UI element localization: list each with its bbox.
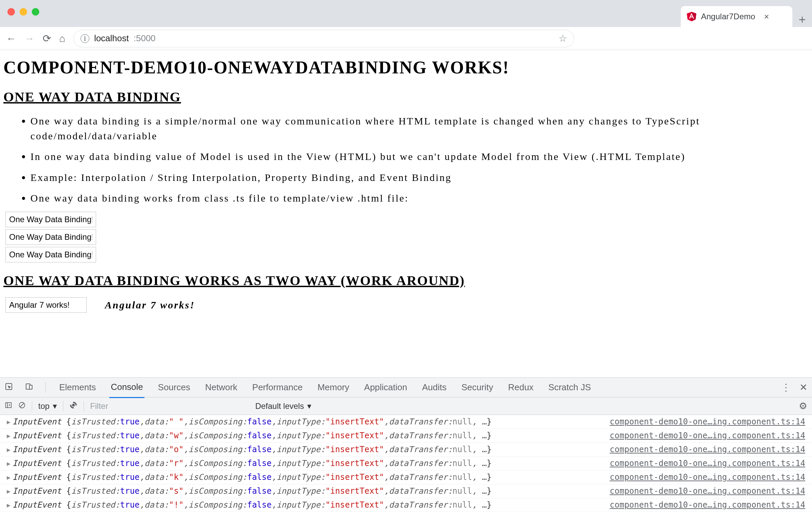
svg-rect-5 — [6, 402, 12, 408]
forward-button[interactable]: → — [24, 33, 35, 44]
devtools-panel: Elements Console Sources Network Perform… — [0, 377, 812, 512]
site-info-icon[interactable]: i — [81, 34, 89, 43]
execution-context-selector[interactable]: top ▾ — [38, 401, 57, 411]
section-heading-oneway: ONE WAY DATA BINDING — [3, 89, 809, 105]
expand-triangle-icon[interactable]: ▶ — [7, 488, 10, 495]
bullet-list: One way data binding is a simple/normal … — [3, 114, 809, 206]
new-tab-button[interactable]: ＋ — [792, 11, 812, 27]
console-toolbar: top ▾ Default levels ▾ ⚙ — [0, 397, 812, 415]
devtools-tabbar: Elements Console Sources Network Perform… — [0, 378, 812, 397]
angular-icon — [687, 12, 696, 21]
back-button[interactable]: ← — [6, 33, 16, 44]
source-link[interactable]: component-demo10-one…ing.component.ts:14 — [610, 417, 805, 426]
devtools-tab-console[interactable]: Console — [109, 377, 144, 398]
devtools-tab-performance[interactable]: Performance — [251, 377, 304, 397]
source-link[interactable]: component-demo10-one…ing.component.ts:14 — [610, 431, 805, 440]
console-filter-input[interactable] — [90, 401, 249, 411]
window-close[interactable] — [7, 8, 15, 16]
section-heading-twoway: ONE WAY DATA BINDING WORKS AS TWO WAY (W… — [3, 273, 809, 288]
window-minimize[interactable] — [20, 8, 27, 16]
window-controls — [7, 8, 39, 16]
expand-triangle-icon[interactable]: ▶ — [7, 418, 10, 425]
expand-triangle-icon[interactable]: ▶ — [7, 474, 10, 481]
expand-triangle-icon[interactable]: ▶ — [7, 460, 10, 467]
address-bar[interactable]: i localhost:5000 ☆ — [73, 30, 574, 47]
window-zoom[interactable] — [32, 8, 39, 16]
devtools-tab-security[interactable]: Security — [460, 377, 495, 397]
url-port: :5000 — [134, 33, 156, 44]
list-item: One way data binding is a simple/normal … — [30, 114, 809, 143]
chevron-down-icon: ▾ — [53, 401, 57, 411]
inspect-icon[interactable] — [5, 382, 13, 393]
devtools-tab-application[interactable]: Application — [363, 377, 408, 397]
source-link[interactable]: component-demo10-one…ing.component.ts:14 — [610, 472, 805, 482]
demo-input-2[interactable] — [5, 229, 96, 245]
demo-input-1[interactable] — [5, 212, 96, 227]
console-sidebar-toggle-icon[interactable] — [5, 401, 12, 411]
devtools-tab-scratchjs[interactable]: Scratch JS — [547, 377, 592, 397]
twoway-input[interactable] — [5, 297, 87, 313]
list-item: Example: Interpolation / String Interpol… — [30, 170, 809, 185]
expand-triangle-icon[interactable]: ▶ — [7, 432, 10, 439]
svg-point-10 — [72, 404, 75, 406]
console-log-row[interactable]: ▶InputEvent {isTrusted: true, data: "k",… — [0, 470, 812, 484]
clear-console-icon[interactable] — [18, 401, 26, 411]
log-level-selector[interactable]: Default levels ▾ — [255, 401, 311, 411]
reload-button[interactable]: ⟳ — [43, 32, 51, 44]
source-link[interactable]: component-demo10-one…ing.component.ts:14 — [610, 445, 805, 454]
svg-rect-4 — [29, 385, 32, 389]
source-link[interactable]: component-demo10-one…ing.component.ts:14 — [610, 486, 805, 496]
devtools-tab-memory[interactable]: Memory — [316, 377, 351, 397]
console-settings-icon[interactable]: ⚙ — [799, 400, 807, 412]
console-log-row[interactable]: ▶InputEvent {isTrusted: true, data: "s",… — [0, 484, 812, 498]
devtools-tab-sources[interactable]: Sources — [157, 377, 191, 397]
browser-tabstrip: Angular7Demo × ＋ — [0, 0, 812, 27]
svg-marker-7 — [9, 404, 10, 406]
device-toggle-icon[interactable] — [25, 382, 33, 393]
url-host: localhost — [94, 33, 129, 44]
source-link[interactable]: component-demo10-one…ing.component.ts:14 — [610, 500, 805, 510]
devtools-tab-network[interactable]: Network — [204, 377, 239, 397]
devtools-tab-elements[interactable]: Elements — [58, 377, 97, 397]
devtools-tab-audits[interactable]: Audits — [421, 377, 448, 397]
browser-tab-active[interactable]: Angular7Demo × — [681, 6, 792, 27]
expand-triangle-icon[interactable]: ▶ — [7, 502, 10, 509]
tab-title: Angular7Demo — [701, 12, 755, 21]
page-title: COMPONENT-DEMO10-ONEWAYDATABINDING WORKS… — [3, 57, 809, 77]
demo-input-3[interactable] — [5, 247, 96, 262]
browser-toolbar: ← → ⟳ ⌂ i localhost:5000 ☆ — [0, 27, 812, 50]
expand-triangle-icon[interactable]: ▶ — [7, 446, 10, 453]
home-button[interactable]: ⌂ — [59, 33, 65, 44]
chevron-down-icon: ▾ — [307, 401, 311, 411]
console-log-row[interactable]: ▶InputEvent {isTrusted: true, data: " ",… — [0, 415, 812, 429]
console-log-row[interactable]: ▶InputEvent {isTrusted: true, data: "r",… — [0, 457, 812, 470]
devtools-close-icon[interactable]: ✕ — [799, 382, 807, 393]
console-log-row[interactable]: ▶InputEvent {isTrusted: true, data: "o",… — [0, 443, 812, 457]
kebab-menu-icon[interactable]: ⋮ — [781, 382, 791, 393]
console-log-list: ▶InputEvent {isTrusted: true, data: " ",… — [0, 415, 812, 512]
bookmark-star-icon[interactable]: ☆ — [559, 33, 567, 44]
console-log-row[interactable]: ▶InputEvent {isTrusted: true, data: "!",… — [0, 498, 812, 512]
close-icon[interactable]: × — [764, 11, 769, 22]
devtools-tab-redux[interactable]: Redux — [507, 377, 535, 397]
source-link[interactable]: component-demo10-one…ing.component.ts:14 — [610, 459, 805, 468]
svg-line-9 — [20, 403, 24, 407]
live-expression-icon[interactable] — [69, 401, 77, 411]
twoway-output: Angular 7 works! — [105, 299, 195, 311]
page-viewport: COMPONENT-DEMO10-ONEWAYDATABINDING WORKS… — [0, 50, 812, 377]
console-log-row[interactable]: ▶InputEvent {isTrusted: true, data: "w",… — [0, 429, 812, 443]
list-item: One way data binding works from class .t… — [30, 191, 809, 206]
list-item: In one way data binding value of Model i… — [30, 149, 809, 164]
